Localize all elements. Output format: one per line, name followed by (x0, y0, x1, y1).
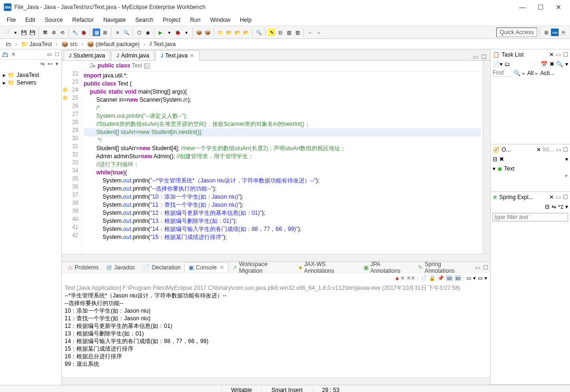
tool-icon[interactable]: 🔍 (255, 29, 263, 36)
minimap-tab[interactable]: Mi... (543, 146, 554, 153)
tool-icon[interactable]: ⟲ (58, 29, 66, 36)
menu-help[interactable]: Help (236, 16, 256, 24)
breadcrumb-item[interactable]: JText.java (147, 40, 178, 48)
tool-icon[interactable]: 🛠 (41, 29, 49, 36)
close-icon[interactable]: ✕ (549, 194, 554, 201)
scroll-lock-icon[interactable]: 🔒 (429, 275, 436, 281)
breadcrumb-item[interactable]: 📁JavaTest (19, 40, 54, 48)
menu-navigate[interactable]: Navigate (99, 16, 129, 24)
dropdown-icon[interactable]: ▾ (11, 29, 19, 36)
bottom-tab-problems[interactable]: ⚠Problems (64, 263, 103, 272)
menu-refactor[interactable]: Refactor (68, 16, 97, 24)
menu-icon[interactable]: ▾ (56, 61, 58, 68)
menu-icon[interactable]: ▾ (565, 61, 568, 67)
editor-tab[interactable]: JStudent.java (64, 50, 110, 60)
tool-icon[interactable]: ⊞ (101, 29, 109, 36)
clear-icon[interactable]: 📄 (420, 275, 427, 281)
bottom-tab-declaration[interactable]: 📄Declaration (139, 263, 185, 272)
tool-icon[interactable]: ▥ (294, 29, 301, 36)
tool-icon[interactable]: 🔧 (71, 29, 79, 36)
menu-search[interactable]: Search (132, 16, 157, 24)
outline-item[interactable]: ▾◉ Text (493, 165, 568, 172)
console-scrollbar[interactable] (62, 377, 490, 385)
folder-icon[interactable]: 📂 (225, 29, 233, 36)
console-output[interactable]: Text [Java Application] F:\Program Files… (62, 283, 490, 377)
myeclipse-icon[interactable]: me (551, 29, 559, 36)
tool-icon[interactable]: 📦 (204, 29, 211, 36)
terminate-icon[interactable]: ■ (396, 276, 399, 281)
maximize-icon[interactable]: ☐ (563, 194, 568, 201)
task-find-input[interactable] (493, 69, 512, 76)
tool-icon[interactable]: ⊟ (276, 29, 284, 36)
dropdown-icon[interactable]: ▾ (473, 275, 476, 281)
minimize-icon[interactable]: ▭ (556, 194, 561, 201)
tool-icon[interactable]: 🐞 (80, 29, 87, 36)
display-icon[interactable]: ▭ (455, 275, 461, 281)
close-icon[interactable]: ✕ (219, 264, 224, 271)
tool-icon[interactable]: ᵃz (558, 203, 563, 210)
tool-icon[interactable]: ✖ (499, 156, 504, 163)
tool-icon[interactable]: ⇋ (551, 203, 556, 210)
close-icon[interactable]: ✕ (536, 146, 541, 153)
close-button[interactable]: ✕ (554, 3, 563, 11)
task-filter-active[interactable]: Acti... (540, 70, 554, 76)
spring-filter-input[interactable] (493, 213, 568, 221)
tool-icon[interactable]: ▥ (285, 29, 293, 36)
close-icon[interactable]: ✕ (11, 51, 16, 57)
editor-tab[interactable]: JAdmin.java (111, 50, 154, 60)
quick-access[interactable]: Quick Access (496, 28, 537, 37)
maximize-icon[interactable]: ☐ (483, 264, 488, 271)
minimize-icon[interactable]: ▭ (475, 264, 480, 271)
save-all-icon[interactable]: 💾 (28, 29, 36, 36)
maximize-icon[interactable]: ☐ (55, 51, 59, 57)
bottom-tab-javadoc[interactable]: @Javadoc (103, 263, 139, 272)
maximize-icon[interactable]: ☐ (481, 54, 486, 60)
save-icon[interactable]: 💾 (20, 29, 28, 36)
tool-icon[interactable]: ≡ (114, 29, 122, 36)
menu-icon[interactable]: ▾ (565, 156, 568, 163)
new-console-icon[interactable]: ▭ (478, 275, 483, 281)
folder-icon[interactable]: 📂 (234, 29, 241, 36)
tool-icon[interactable]: ✖ (550, 61, 554, 67)
minimize-icon[interactable]: ▭ (556, 146, 561, 153)
package-explorer-tab-icon[interactable]: 📇 (2, 51, 9, 57)
maximize-icon[interactable]: ☐ (563, 51, 568, 58)
folder-icon[interactable]: 📁 (217, 29, 224, 36)
debug-icon[interactable]: 🐞 (174, 29, 181, 36)
tool-icon[interactable]: 🔍 (123, 29, 130, 36)
outline-tab[interactable]: O... (502, 146, 534, 153)
perspective-icon[interactable]: ⊞ (542, 29, 550, 36)
minimize-button[interactable]: — (518, 3, 527, 11)
close-icon[interactable]: ✕ (190, 52, 194, 59)
dropdown-icon[interactable]: ▾ (165, 29, 173, 36)
menu-edit[interactable]: Edit (21, 16, 39, 24)
code-editor[interactable]: 2223242526272829303132333435363738394041… (62, 61, 490, 254)
task-filter-all[interactable]: All (527, 70, 533, 76)
tool-icon[interactable]: 📦 (195, 29, 203, 36)
code-area[interactable]: 2▸ public class Text {▯import java.util.… (82, 61, 483, 254)
run-icon[interactable]: ▶ (157, 29, 164, 36)
dropdown-icon[interactable]: ▾ (182, 29, 190, 36)
search-icon[interactable]: 🔍 (513, 70, 521, 76)
menu-source[interactable]: Source (41, 16, 66, 24)
back-icon[interactable]: ← (306, 29, 314, 36)
minimize-icon[interactable]: ▭ (473, 54, 478, 60)
tool-icon[interactable]: 🗂 (504, 61, 510, 67)
tool-icon[interactable]: 📅 (541, 61, 548, 67)
tool-icon[interactable]: 📄▾ (493, 61, 503, 67)
breadcrumb-item[interactable]: 📦src (59, 40, 79, 48)
display-icon[interactable]: ▭ (446, 275, 453, 281)
highlight-icon[interactable]: ✎ (268, 29, 276, 36)
collapse-icon[interactable]: ⇋ (40, 61, 45, 68)
menu-run[interactable]: Run (186, 16, 204, 24)
close-icon[interactable]: ✕ (549, 51, 554, 58)
forward-icon[interactable]: → (315, 29, 323, 36)
toggle-icon[interactable]: ▦ (93, 29, 100, 36)
tool-icon[interactable]: ⚙ (50, 29, 57, 36)
remove-icon[interactable]: ✖ (400, 275, 405, 281)
bottom-tab-console[interactable]: ▣Console✕ (184, 262, 228, 272)
pin-icon[interactable]: 📌 (437, 275, 444, 281)
tree-node[interactable]: ▸📁Servers (3, 79, 58, 86)
breadcrumb-item[interactable]: 📦(default package) (85, 40, 142, 48)
minimize-icon[interactable]: ▭ (556, 51, 561, 58)
